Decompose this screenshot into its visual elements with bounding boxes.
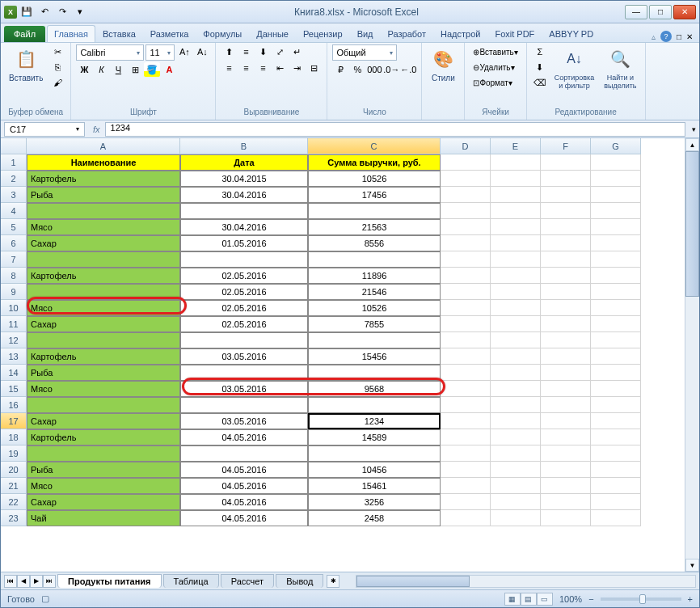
increase-decimal-button[interactable]: .0→ [383, 62, 399, 77]
font-color-button[interactable]: A [161, 62, 177, 77]
cell[interactable] [308, 203, 441, 219]
cell[interactable] [441, 154, 491, 171]
cell[interactable] [491, 187, 541, 203]
cell[interactable]: 15456 [308, 348, 441, 365]
cell[interactable] [491, 316, 541, 332]
align-left-button[interactable]: ≡ [221, 61, 237, 75]
cell[interactable] [541, 219, 591, 235]
cell[interactable] [541, 203, 591, 219]
cell[interactable]: 02.05.2016 [180, 268, 308, 284]
cell[interactable] [180, 365, 308, 381]
cell[interactable]: Картофель [27, 348, 180, 365]
italic-button[interactable]: К [93, 62, 109, 77]
scroll-down-button[interactable]: ▼ [685, 559, 699, 572]
scroll-up-button[interactable]: ▲ [685, 138, 699, 151]
row-header-18[interactable]: 18 [1, 429, 27, 445]
cell[interactable] [441, 316, 491, 332]
cell[interactable] [441, 171, 491, 187]
align-middle-button[interactable]: ≡ [238, 44, 254, 59]
cell[interactable] [491, 332, 541, 348]
cell[interactable]: Картофель [27, 268, 180, 284]
cell[interactable] [541, 300, 591, 316]
delete-cells-button[interactable]: ⊖ Удалить ▾ [470, 60, 517, 74]
close-button[interactable]: ✕ [673, 5, 696, 19]
cell[interactable]: 01.05.2016 [180, 235, 308, 251]
cell[interactable]: 04.05.2016 [180, 478, 308, 494]
row-header-15[interactable]: 15 [1, 381, 27, 397]
find-select-button[interactable]: 🔍 Найти и выделить [601, 44, 639, 91]
number-format-combo[interactable]: Общий▾ [332, 44, 397, 61]
cell[interactable] [491, 381, 541, 397]
cell[interactable] [308, 445, 441, 462]
help-icon[interactable]: ? [660, 31, 672, 42]
cell[interactable] [591, 332, 641, 348]
cell[interactable] [27, 203, 180, 219]
border-button[interactable]: ⊞ [127, 62, 143, 77]
sheet-tab-active[interactable]: Продукты питания [57, 574, 162, 588]
col-header-E[interactable]: E [491, 138, 541, 154]
cell[interactable]: 10456 [308, 462, 441, 478]
cell[interactable] [541, 235, 591, 251]
row-header-13[interactable]: 13 [1, 348, 27, 365]
cell[interactable] [491, 154, 541, 171]
zoom-in-button[interactable]: + [688, 594, 693, 604]
cell[interactable] [591, 478, 641, 494]
cell[interactable] [541, 478, 591, 494]
tab-foxit[interactable]: Foxit PDF [487, 25, 542, 42]
hscroll-thumb[interactable] [356, 576, 470, 587]
expand-formula-icon[interactable]: ▾ [689, 125, 699, 133]
cell[interactable]: 10526 [308, 300, 441, 316]
cell[interactable] [541, 445, 591, 462]
row-header-2[interactable]: 2 [1, 171, 27, 187]
cell[interactable] [591, 397, 641, 413]
name-box[interactable]: C17▾ [4, 122, 85, 137]
view-pagebreak-button[interactable]: ▭ [537, 593, 553, 606]
cell[interactable] [541, 332, 591, 348]
spreadsheet-grid[interactable]: ABCDEFG1НаименованиеДатаСумма выручки, р… [1, 138, 685, 572]
maximize-button[interactable]: □ [649, 5, 672, 19]
sheet-nav-first[interactable]: ⏮ [4, 575, 17, 588]
underline-button[interactable]: Ч [110, 62, 126, 77]
tab-data[interactable]: Данные [249, 25, 296, 42]
cell[interactable] [441, 268, 491, 284]
horizontal-scrollbar[interactable] [356, 575, 696, 588]
minimize-ribbon-icon[interactable]: ▵ [652, 32, 656, 41]
format-cells-button[interactable]: ⊡ Формат ▾ [470, 75, 516, 90]
cell[interactable]: Мясо [27, 381, 180, 397]
cell[interactable] [308, 251, 441, 268]
cell[interactable] [491, 348, 541, 365]
decrease-indent-button[interactable]: ⇤ [272, 61, 288, 75]
decrease-font-button[interactable]: A↓ [194, 44, 210, 59]
window-close-icon[interactable]: ✕ [686, 32, 693, 41]
cell[interactable]: Мясо [27, 478, 180, 494]
cell[interactable] [591, 445, 641, 462]
tab-addins[interactable]: Надстрой [433, 25, 487, 42]
row-header-9[interactable]: 9 [1, 284, 27, 300]
tab-view[interactable]: Вид [350, 25, 381, 42]
cell[interactable]: 17456 [308, 187, 441, 203]
cell[interactable] [541, 348, 591, 365]
col-header-G[interactable]: G [591, 138, 641, 154]
cell[interactable]: 03.05.2016 [180, 348, 308, 365]
cell[interactable] [541, 187, 591, 203]
cell[interactable]: Рыба [27, 365, 180, 381]
tab-review[interactable]: Рецензир [296, 25, 350, 42]
cell[interactable]: 15461 [308, 478, 441, 494]
cell[interactable]: Сахар [27, 494, 180, 510]
cell[interactable] [591, 171, 641, 187]
cell[interactable] [441, 187, 491, 203]
fx-button[interactable]: fx [88, 125, 105, 134]
cell[interactable] [441, 429, 491, 445]
bold-button[interactable]: Ж [76, 62, 92, 77]
cell[interactable] [441, 413, 491, 429]
cell[interactable] [541, 284, 591, 300]
row-header-14[interactable]: 14 [1, 365, 27, 381]
header-cell[interactable]: Наименование [27, 154, 180, 171]
cell[interactable]: 21546 [308, 284, 441, 300]
cell[interactable]: 03.05.2016 [180, 413, 308, 429]
cell[interactable] [441, 251, 491, 268]
vscroll-track[interactable] [685, 151, 699, 559]
cell[interactable] [27, 284, 180, 300]
formula-input[interactable]: 1234 [105, 122, 685, 137]
cell[interactable] [541, 494, 591, 510]
